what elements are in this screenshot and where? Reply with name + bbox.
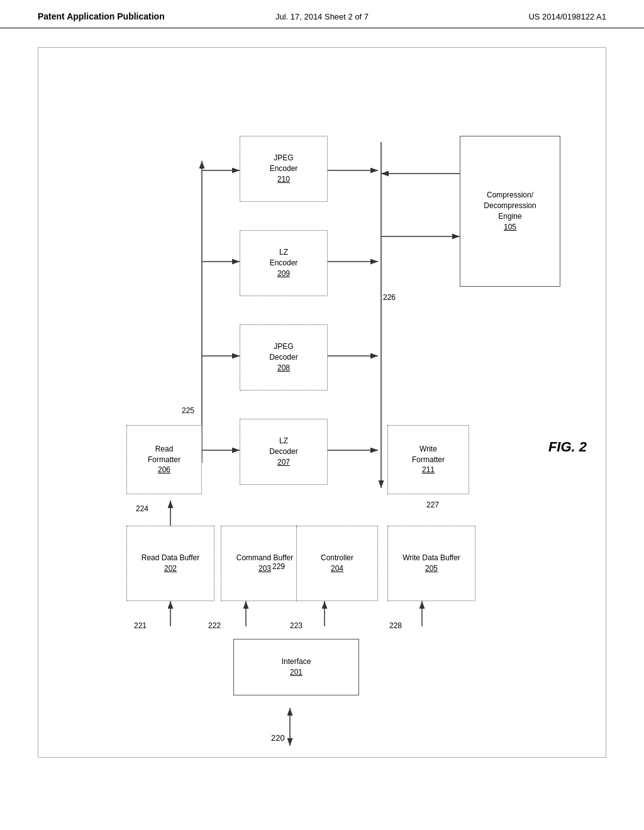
write-data-buffer-label: Write Data Buffer (402, 553, 460, 563)
header-date-sheet: Jul. 17, 2014 Sheet 2 of 7 (227, 12, 416, 21)
lz-decoder-box: LZDecoder 207 (240, 419, 328, 485)
diagram-container: Interface 201 Read Data Buffer 202 Comma… (38, 47, 606, 758)
jpeg-decoder-label: JPEGDecoder (269, 341, 297, 363)
controller-label: Controller (321, 553, 353, 563)
write-formatter-label: WriteFormatter (412, 444, 445, 465)
label-223: 223 (290, 621, 303, 630)
interface-number: 201 (290, 667, 303, 678)
compression-engine-number: 105 (504, 222, 516, 233)
label-229: 229 (272, 562, 285, 571)
fig-2-label: FIG. 2 (548, 439, 587, 455)
write-formatter-number: 211 (422, 465, 435, 475)
jpeg-encoder-box: JPEGEncoder 210 (240, 136, 328, 202)
command-buffer-number: 203 (258, 563, 271, 574)
lz-encoder-number: 209 (277, 268, 290, 279)
controller-number: 204 (331, 563, 343, 574)
jpeg-decoder-box: JPEGDecoder 208 (240, 324, 328, 390)
interface-label: Interface (282, 656, 311, 667)
compression-engine-label: Compression/DecompressionEngine (484, 190, 536, 221)
jpeg-encoder-number: 210 (277, 174, 290, 185)
controller-box: Controller 204 (296, 526, 378, 601)
jpeg-encoder-label: JPEGEncoder (270, 153, 298, 174)
lz-encoder-label: LZEncoder (270, 247, 298, 268)
label-226: 226 (383, 293, 396, 302)
interface-box: Interface 201 (233, 639, 359, 695)
lz-decoder-number: 207 (277, 457, 290, 468)
write-data-buffer-number: 205 (425, 563, 438, 574)
lz-decoder-label: LZDecoder (269, 436, 297, 457)
header-publication-title: Patent Application Publication (38, 11, 227, 21)
page: Patent Application Publication Jul. 17, … (0, 0, 644, 830)
label-221: 221 (134, 621, 147, 630)
label-227: 227 (426, 501, 439, 509)
compression-engine-box: Compression/DecompressionEngine 105 (460, 136, 560, 287)
jpeg-decoder-number: 208 (277, 363, 290, 374)
read-formatter-label: ReadFormatter (148, 444, 180, 465)
lz-encoder-box: LZEncoder 209 (240, 230, 328, 296)
write-formatter-box: WriteFormatter 211 (387, 425, 469, 494)
read-data-buffer-label: Read Data Buffer (142, 553, 200, 563)
label-228: 228 (389, 621, 402, 630)
write-data-buffer-box: Write Data Buffer 205 (387, 526, 475, 601)
header: Patent Application Publication Jul. 17, … (0, 0, 644, 28)
label-222: 222 (208, 621, 221, 630)
read-data-buffer-number: 202 (164, 563, 177, 574)
label-220: 220 (271, 733, 285, 743)
read-formatter-box: ReadFormatter 206 (126, 425, 202, 494)
command-buffer-box: Command Buffer 203 (221, 526, 309, 601)
label-225: 225 (182, 406, 194, 415)
read-data-buffer-box: Read Data Buffer 202 (126, 526, 214, 601)
label-224: 224 (136, 504, 148, 513)
read-formatter-number: 206 (158, 465, 170, 475)
header-patent-number: US 2014/0198122 A1 (417, 12, 606, 21)
